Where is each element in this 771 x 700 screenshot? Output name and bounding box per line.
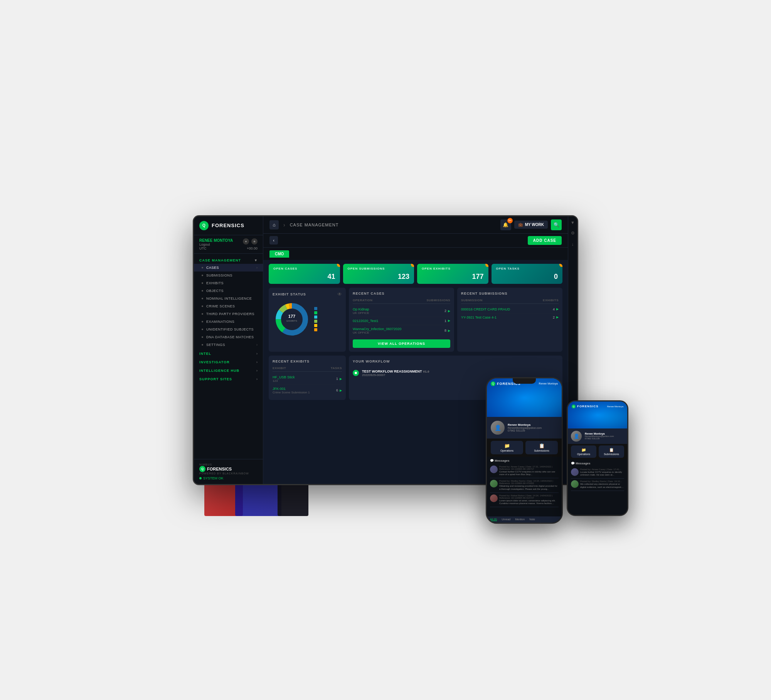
notification-button[interactable]: 🔔 9+: [500, 219, 511, 230]
stat-open-exhibits-label: OPEN EXHIBITS: [422, 267, 484, 270]
legend-item: [314, 320, 319, 323]
phone-small-user-info: Renee Montoya ReneeMontoya@police.com 07…: [585, 432, 624, 440]
brand-powered: POWERED BY BLACKRAINBOW: [199, 472, 258, 475]
phone-msg-meta: Posted by: Rafael Bolton | Date: 14:34, …: [499, 494, 559, 499]
phone-msg-content: Posted by: Aimee Casey | Date: 17:31, 14…: [499, 466, 559, 477]
top-bar-right: 🔔 9+ 💼 MY WORK 🔍: [500, 219, 562, 230]
table-row[interactable]: Op Kidnap UK OFFICE 2 ▶: [353, 305, 450, 317]
nav-item-examinations[interactable]: EXAMINATIONS: [194, 318, 263, 326]
nav-case-management-header[interactable]: CASE MANAGEMENT ▼: [194, 255, 263, 264]
nav-intelligence-hub-header[interactable]: INTELLIGENCE HUB ›: [194, 366, 263, 374]
nav-item-settings-label: SETTINGS: [206, 343, 225, 347]
stat-open-exhibits: OPEN EXHIBITS 177: [417, 264, 488, 284]
folder-icon: 📁: [504, 443, 510, 449]
table-row[interactable]: YY-3921 Test Case 4-1 2 ▶: [461, 314, 559, 321]
nav-item-objects[interactable]: OBJECTS: [194, 287, 263, 295]
phone-msg-tab-unread[interactable]: Unread: [502, 518, 510, 521]
nav-item-settings[interactable]: SETTINGS ›: [194, 341, 263, 349]
table-row[interactable]: JFK-001 Crime Scene Submission 1 6 ▶: [273, 385, 342, 396]
col-exhibit: EXHIBIT: [273, 366, 331, 370]
system-ok-text: SYSTEM OK: [203, 476, 224, 480]
nav-chevron-icon: ›: [256, 377, 258, 381]
user-section: RENEE MONTOYA Logout ● ★ UTC +00.00: [194, 235, 263, 254]
svg-text:177: 177: [288, 314, 295, 319]
phone-logo-icon: Q: [491, 381, 495, 386]
table-row[interactable]: WannaCry_Infection_06072020 UK OFFICE 8 …: [353, 325, 450, 336]
case-name: 02122020_Test1: [353, 319, 444, 323]
user-logout[interactable]: Logout: [199, 243, 233, 246]
phone-small-msg-avatar: [571, 468, 579, 476]
nav-dot: [202, 305, 203, 307]
phone-small-avatar: 👤: [571, 431, 582, 442]
download-icon[interactable]: ↓: [569, 240, 577, 248]
phone-tab-operations-label: Operations: [500, 449, 513, 452]
brand-forensics: Q FORENSICS: [199, 466, 258, 472]
user-star-icon: ★: [251, 238, 258, 245]
nav-item-cases[interactable]: CASES ›: [194, 264, 263, 272]
phone-msg-tab-mention[interactable]: Mention: [515, 518, 525, 521]
phone-small-logo-text: FORENSICS: [577, 405, 599, 408]
phone-msg-tab-all[interactable]: All (8): [490, 518, 497, 521]
table-row[interactable]: 000016 CREDIT CARD FRAUD 4 ▶: [461, 305, 559, 314]
nav-support-header[interactable]: SUPPORT SITES ›: [194, 374, 263, 383]
sidebar-logo: Q FORENSICS: [194, 216, 263, 235]
nav-item-exhibits[interactable]: EXHIBITS: [194, 279, 263, 287]
nav-item-unidentified[interactable]: UNIDENTIFIED SUBJECTS: [194, 326, 263, 333]
legend-color: [314, 320, 317, 323]
stat-open-cases: OPEN CASES 41: [269, 264, 340, 284]
legend-item: [314, 315, 319, 319]
nav-investigator-header[interactable]: INVESTIGATOR ›: [194, 357, 263, 366]
timezone-label: UTC: [199, 246, 207, 250]
nav-item-examinations-label: EXAMINATIONS: [206, 320, 234, 324]
legend-color: [314, 328, 317, 331]
phone-tab-submissions-label: Submissions: [534, 449, 549, 452]
filter-icon[interactable]: ▼: [569, 219, 577, 226]
sub-header: ‹ ADD CASE: [263, 234, 568, 248]
legend-color: [314, 307, 317, 310]
my-work-button[interactable]: 💼 MY WORK: [514, 221, 548, 229]
phone-tab-submissions[interactable]: 📋 Submissions: [525, 441, 558, 454]
view-all-button[interactable]: VIEW ALL OPERATIONS: [353, 339, 450, 348]
brand-nimbus: NIMBUS: [199, 463, 258, 466]
nav-investigator-label: INVESTIGATOR: [199, 360, 230, 364]
breadcrumb-text: CASE MANAGEMENT: [290, 223, 339, 227]
search-button[interactable]: 🔍: [551, 219, 562, 230]
home-icon[interactable]: ⌂: [269, 220, 279, 229]
table-row[interactable]: HF_USB Stick 123 1 ▶: [273, 373, 342, 385]
stats-row: OPEN CASES 41 OPEN SUBMISSIONS 123 OPEN …: [269, 264, 562, 284]
nav-item-third-party[interactable]: THIRD PARTY PROVIDERS: [194, 310, 263, 318]
back-button[interactable]: ‹: [269, 236, 278, 245]
phone-small-messages-header: 💬 Messages: [571, 462, 624, 465]
nav-dot: [202, 298, 203, 299]
nav-item-crime-scenes[interactable]: CRIME SCENES: [194, 302, 263, 310]
settings-icon[interactable]: ⚙: [569, 229, 577, 237]
notification-badge: 9+: [507, 218, 513, 223]
phone-avatar: 👤: [491, 421, 505, 435]
nav-item-cases-label: CASES: [206, 266, 219, 270]
phone-tab-operations[interactable]: 📁 Operations: [491, 441, 523, 454]
phone-small-phone: 07962 531139: [585, 437, 624, 440]
nav-item-dna-label: DNA DATABASE MATCHES: [206, 335, 254, 339]
arrow-icon: ▶: [556, 315, 559, 319]
case-name: Op Kidnap UK OFFICE: [353, 307, 444, 315]
phone-msg-tab-note[interactable]: Note: [529, 518, 535, 521]
phone-small-tab-submissions[interactable]: 📋 Submissions: [599, 445, 624, 458]
phone-small-tab-operations[interactable]: 📁 Operations: [571, 445, 596, 458]
nav-item-nominal-intelligence[interactable]: NOMINAL INTELLIGENCE: [194, 295, 263, 302]
phone-small-logo-bar: Q FORENSICS Renee Montoya: [572, 405, 623, 408]
recent-submissions-title: RECENT SUBMISSIONS: [461, 292, 508, 295]
nav-item-submissions[interactable]: SUBMISSIONS: [194, 272, 263, 279]
nav-item-dna[interactable]: DNA DATABASE MATCHES: [194, 333, 263, 341]
scene-wrapper: Q FORENSICS RENEE MONTOYA Logout ● ★: [173, 192, 598, 508]
add-case-button[interactable]: ADD CASE: [528, 236, 562, 245]
tab-cmo[interactable]: CMO: [269, 250, 289, 258]
nav-intel-header[interactable]: INTEL ›: [194, 349, 263, 357]
arrow-icon: ▶: [448, 309, 450, 313]
table-row[interactable]: 02122020_Test1 1 ▶: [353, 317, 450, 325]
phone-small-logo: Q FORENSICS: [572, 405, 599, 408]
nav-intelligence-hub-label: INTELLIGENCE HUB: [199, 369, 239, 373]
nav-item-submissions-label: SUBMISSIONS: [206, 273, 232, 277]
stat-open-tasks-label: OPEN TASKS: [496, 267, 558, 270]
legend-item: [314, 328, 319, 331]
workflow-check-icon: [353, 370, 359, 376]
